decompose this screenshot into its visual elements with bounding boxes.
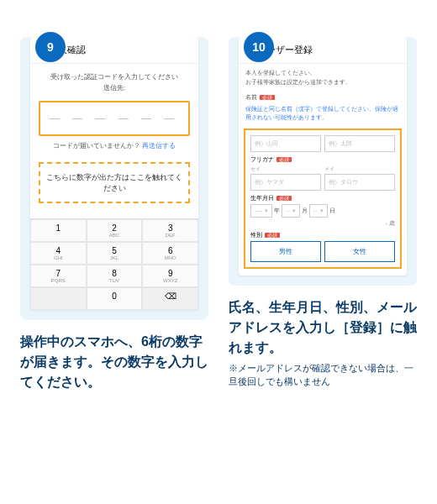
key-empty <box>30 287 87 310</box>
key-8[interactable]: 8TUV <box>87 265 143 287</box>
step-headline-9: 操作中のスマホへ、6桁の数字が届きます。その数字を入力してください。 <box>20 332 208 392</box>
phone-mock-9: ‹ 本人確認 受け取った認証コードを入力してください 送信先: — — — — … <box>30 37 198 310</box>
instruction-text: 受け取った認証コードを入力してください <box>39 72 190 81</box>
name-warning: 保険証と同じ名前（漢字）で登録してください。保険が適用されない可能性があります。 <box>239 105 407 127</box>
numeric-keypad: 1 2ABC 3DEF 4GHI 5JKL 6MNO 7PQRS 8TUV 9W… <box>30 218 198 310</box>
key-1[interactable]: 1 <box>30 219 87 242</box>
sent-to-label: 送信先: <box>39 83 190 92</box>
key-4[interactable]: 4GHI <box>30 242 87 265</box>
month-select[interactable]: --▾ <box>282 204 300 218</box>
year-select[interactable]: ----▾ <box>250 204 272 218</box>
step-subtext-10: ※メールアドレスが確認できない場合は、一旦後回しでも構いません <box>229 361 417 389</box>
resend-row: コードが届いていませんか？ 再送信する <box>39 141 190 150</box>
age-display: - 歳 <box>250 219 395 228</box>
form-highlight: 例）山田 例）太郎 フリガナ必須 セイ メイ 例）ヤマダ 例）タロウ 生年月日必… <box>244 129 402 269</box>
female-button[interactable]: 女性 <box>324 241 395 262</box>
intro-text: 本人を登録してください。 お子様等家族は設定から追加できます。 <box>239 64 407 90</box>
key-6[interactable]: 6MNO <box>142 242 198 265</box>
key-5[interactable]: 5JKL <box>87 242 143 265</box>
kana-first-input[interactable]: 例）タロウ <box>324 174 395 191</box>
key-3[interactable]: 3DEF <box>142 219 198 242</box>
lastname-input[interactable]: 例）山田 <box>250 135 321 152</box>
day-select[interactable]: --▾ <box>309 204 328 218</box>
phone-mock-10: ‹ ユーザー登録 本人を登録してください。 お子様等家族は設定から追加できます。… <box>239 37 407 276</box>
dob-label: 生年月日必須 <box>250 194 395 202</box>
kana-last-input[interactable]: 例）ヤマダ <box>250 174 321 191</box>
name-label: 名前必須 <box>245 93 400 102</box>
sex-label: 性別必須 <box>250 231 395 239</box>
step-badge: 9 <box>35 32 66 62</box>
step-badge: 10 <box>244 32 274 62</box>
step-headline-10: 氏名、生年月日、性別、メールアドレスを入力し［登録］に触れます。 <box>229 297 417 358</box>
key-2[interactable]: 2ABC <box>87 219 143 242</box>
code-input[interactable]: — — — — — — <box>39 101 190 136</box>
key-delete[interactable]: ⌫ <box>142 287 198 310</box>
key-0[interactable]: 0 <box>87 287 143 310</box>
male-button[interactable]: 男性 <box>250 241 321 262</box>
key-7[interactable]: 7PQRS <box>30 265 87 287</box>
step-card-9: 9 ‹ 本人確認 受け取った認証コードを入力してください 送信先: — — — … <box>20 37 208 320</box>
firstname-input[interactable]: 例）太郎 <box>324 135 395 152</box>
hint-box[interactable]: こちらに数字が出た方はここを触れてください <box>39 162 190 203</box>
resend-link[interactable]: 再送信する <box>142 142 176 150</box>
step-card-10: 10 ‹ ユーザー登録 本人を登録してください。 お子様等家族は設定から追加でき… <box>229 37 417 286</box>
kana-label: フリガナ必須 <box>250 155 395 164</box>
key-9[interactable]: 9WXYZ <box>142 265 198 287</box>
